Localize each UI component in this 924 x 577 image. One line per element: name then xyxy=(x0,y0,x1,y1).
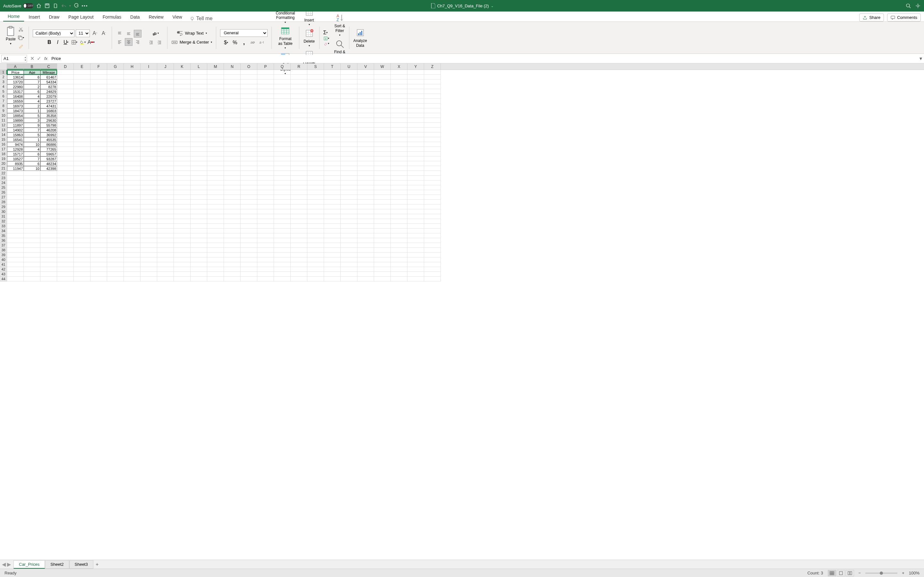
cell[interactable]: 59657 xyxy=(40,152,57,156)
row-header[interactable]: 4 xyxy=(0,84,7,89)
add-sheet-button[interactable]: + xyxy=(94,562,101,567)
cell[interactable] xyxy=(174,229,191,234)
cell[interactable] xyxy=(124,267,141,272)
tab-data[interactable]: Data xyxy=(126,13,144,21)
cell[interactable] xyxy=(407,176,424,181)
cell[interactable] xyxy=(291,253,307,258)
cell[interactable] xyxy=(391,214,407,219)
cell[interactable]: 16803 xyxy=(40,108,57,113)
cell[interactable] xyxy=(274,181,291,185)
cell[interactable] xyxy=(291,214,307,219)
row-header[interactable]: 17 xyxy=(0,147,7,152)
cell[interactable] xyxy=(374,258,391,262)
cell[interactable] xyxy=(107,195,124,200)
cell[interactable] xyxy=(291,181,307,185)
cell[interactable] xyxy=(391,84,407,89)
cell[interactable] xyxy=(424,224,441,229)
cell[interactable] xyxy=(107,262,124,267)
cell[interactable] xyxy=(224,262,241,267)
row-header[interactable]: 30 xyxy=(0,210,7,214)
row-header[interactable]: 20 xyxy=(0,161,7,166)
cell[interactable] xyxy=(407,94,424,99)
cell[interactable] xyxy=(424,161,441,166)
cell[interactable] xyxy=(74,127,90,132)
cell[interactable] xyxy=(374,75,391,79)
cell[interactable] xyxy=(141,84,157,89)
cell[interactable] xyxy=(40,200,57,205)
cell[interactable] xyxy=(274,238,291,243)
merge-center-button[interactable]: Merge & Center ▾ xyxy=(171,39,212,45)
cell[interactable]: 22079 xyxy=(40,94,57,99)
cell[interactable] xyxy=(191,205,207,210)
align-left-button[interactable] xyxy=(116,38,124,46)
cell[interactable] xyxy=(391,176,407,181)
cell[interactable] xyxy=(7,214,24,219)
cell[interactable] xyxy=(274,200,291,205)
cell[interactable] xyxy=(341,171,357,176)
cell[interactable]: 4 xyxy=(24,99,40,103)
cell[interactable] xyxy=(374,123,391,127)
comments-button[interactable]: Comments xyxy=(887,13,921,21)
cell[interactable] xyxy=(40,253,57,258)
cell[interactable] xyxy=(291,262,307,267)
cell[interactable] xyxy=(191,234,207,238)
cell[interactable] xyxy=(257,253,274,258)
cell[interactable] xyxy=(124,108,141,113)
cell[interactable] xyxy=(7,190,24,195)
tell-me[interactable]: Tell me xyxy=(190,16,213,21)
cell[interactable] xyxy=(357,224,374,229)
cell[interactable] xyxy=(224,185,241,190)
paste-dropdown-icon[interactable]: ▾ xyxy=(10,42,11,45)
cell[interactable] xyxy=(307,229,324,234)
col-header[interactable]: B xyxy=(24,63,40,69)
cell[interactable] xyxy=(90,234,107,238)
cell[interactable] xyxy=(207,108,224,113)
cell[interactable] xyxy=(124,70,141,75)
cell[interactable] xyxy=(357,214,374,219)
cell[interactable] xyxy=(24,171,40,176)
cell[interactable] xyxy=(424,70,441,75)
cell[interactable] xyxy=(241,94,257,99)
cell[interactable] xyxy=(391,210,407,214)
cell[interactable] xyxy=(74,205,90,210)
row-header[interactable]: 14 xyxy=(0,132,7,137)
cell[interactable] xyxy=(374,137,391,142)
cell[interactable] xyxy=(141,166,157,171)
cell[interactable] xyxy=(174,277,191,282)
cell[interactable] xyxy=(307,118,324,123)
cell[interactable] xyxy=(124,272,141,277)
cell[interactable] xyxy=(241,267,257,272)
cell[interactable] xyxy=(191,272,207,277)
cell[interactable] xyxy=(257,79,274,84)
cell[interactable] xyxy=(241,89,257,94)
cell[interactable] xyxy=(357,108,374,113)
cell[interactable] xyxy=(207,219,224,224)
cell[interactable] xyxy=(307,79,324,84)
cell[interactable] xyxy=(424,75,441,79)
cell[interactable] xyxy=(207,94,224,99)
row-header[interactable]: 29 xyxy=(0,205,7,210)
cell[interactable] xyxy=(174,89,191,94)
cell[interactable] xyxy=(324,272,341,277)
cell[interactable] xyxy=(7,262,24,267)
cell[interactable] xyxy=(424,277,441,282)
cell[interactable] xyxy=(274,94,291,99)
cell[interactable] xyxy=(307,200,324,205)
col-header[interactable]: X xyxy=(391,63,407,69)
cell[interactable] xyxy=(291,267,307,272)
cell[interactable] xyxy=(324,156,341,161)
cell[interactable] xyxy=(291,103,307,108)
cell[interactable] xyxy=(374,127,391,132)
cell[interactable] xyxy=(24,205,40,210)
cell[interactable] xyxy=(174,103,191,108)
fill-color-button[interactable]: ▾ xyxy=(79,39,87,46)
cell[interactable] xyxy=(191,113,207,118)
cell[interactable] xyxy=(357,132,374,137)
cell[interactable] xyxy=(291,84,307,89)
cell[interactable] xyxy=(174,147,191,152)
cell[interactable] xyxy=(341,229,357,234)
cell[interactable] xyxy=(307,181,324,185)
cell[interactable] xyxy=(391,200,407,205)
cell[interactable] xyxy=(207,171,224,176)
cell[interactable] xyxy=(174,137,191,142)
